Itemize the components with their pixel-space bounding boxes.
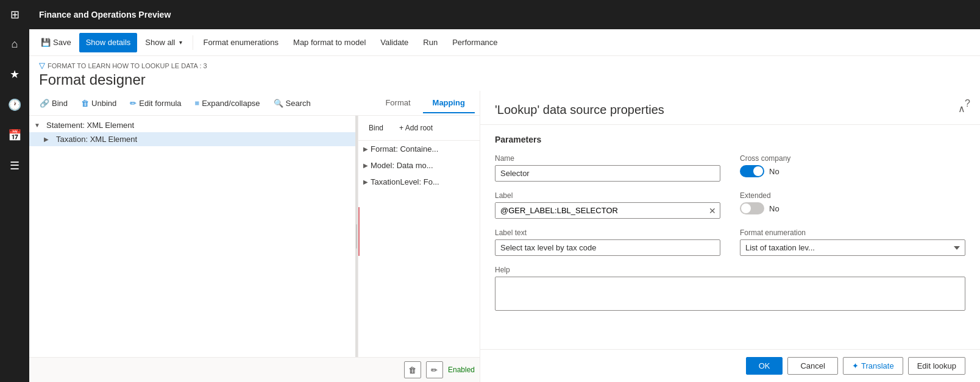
mapping-item[interactable]: ▶ Model: Data mo... <box>358 157 480 174</box>
extended-group: Extended No <box>740 191 965 219</box>
label-field-group: Label ✕ <box>495 191 720 219</box>
label-text-label: Label text <box>495 228 720 237</box>
extended-label: Extended <box>740 191 965 200</box>
performance-button[interactable]: Performance <box>446 33 504 52</box>
extended-toggle[interactable] <box>740 202 764 214</box>
ok-button[interactable]: OK <box>746 357 783 375</box>
mapping-item[interactable]: ▶ Format: Containe... <box>358 141 480 157</box>
cross-company-value: No <box>769 167 779 176</box>
tree-bottom-toolbar: 🗑 ✏ Enabled <box>29 357 480 382</box>
translate-icon: ✦ <box>852 361 859 370</box>
unbind-icon: 🗑 <box>81 99 89 108</box>
translate-button[interactable]: ✦ Translate <box>843 357 903 375</box>
sidebar-item-calendar[interactable]: 📅 <box>0 120 29 150</box>
help-label: Help <box>495 266 965 274</box>
arrow-icon: ▶ <box>363 179 368 185</box>
help-field-group: Help <box>495 266 965 311</box>
page-title: Format designer <box>39 71 970 88</box>
validate-button[interactable]: Validate <box>374 33 415 52</box>
label-text-group: Label text <box>495 228 720 256</box>
expand-collapse-icon: ≡ <box>195 99 200 108</box>
parameters-title: Parameters <box>495 135 965 144</box>
show-details-button[interactable]: Show details <box>79 33 138 52</box>
clear-icon[interactable]: ✕ <box>705 206 720 216</box>
label-input-wrapper: ✕ <box>495 202 720 219</box>
bind-sub-button[interactable]: Bind <box>363 119 389 136</box>
edit-formula-button[interactable]: ✏ Edit formula <box>124 94 186 111</box>
add-root-button[interactable]: + Add root <box>394 119 438 136</box>
name-input[interactable] <box>495 165 720 182</box>
sidebar-item-favorites[interactable]: ★ <box>0 59 29 90</box>
cross-company-group: Cross company No <box>740 154 965 182</box>
edit-lookup-button[interactable]: Edit lookup <box>908 357 965 375</box>
name-field-group: Name <box>495 154 720 182</box>
sidebar: ⊞ ⌂ ★ 🕐 📅 ☰ <box>0 0 29 382</box>
page-header: ▽ FORMAT TO LEARN HOW TO LOOKUP LE DATA … <box>29 56 980 91</box>
label-input[interactable] <box>495 203 705 218</box>
mapping-item[interactable]: ▶ TaxationLevel: Fo... <box>358 174 480 190</box>
save-button[interactable]: 💾 Save <box>34 33 78 52</box>
expand-collapse-button[interactable]: ≡ Expand/collapse <box>190 94 266 111</box>
format-enumerations-button[interactable]: Format enumerations <box>197 33 286 52</box>
app-title: Finance and Operations Preview <box>39 10 171 19</box>
tree-item[interactable]: ▶ Taxation: XML Element <box>29 132 355 146</box>
unbind-button[interactable]: 🗑 Unbind <box>76 94 122 111</box>
map-format-button[interactable]: Map format to model <box>286 33 372 52</box>
arrow-icon: ▶ <box>363 146 368 152</box>
save-icon: 💾 <box>41 38 51 47</box>
search-icon: 🔍 <box>274 99 283 108</box>
lookup-footer: OK Cancel ✦ Translate Edit lookup <box>480 349 980 382</box>
breadcrumb: ▽ FORMAT TO LEARN HOW TO LOOKUP LE DATA … <box>39 61 970 70</box>
top-bar: Finance and Operations Preview <box>29 0 980 29</box>
tab-format[interactable]: Format <box>375 93 420 113</box>
mapping-panel: Bind + Add root ▶ Format: Containe... ▶ … <box>358 116 480 357</box>
label-label: Label <box>495 191 720 200</box>
search-button[interactable]: 🔍 Search <box>268 94 316 111</box>
help-textarea[interactable] <box>495 277 965 311</box>
tab-mapping[interactable]: Mapping <box>423 93 475 113</box>
tree-panel: 🔗 Bind 🗑 Unbind ✏ Edit formula ≡ Expand/… <box>29 91 480 382</box>
format-enum-label: Format enumeration <box>740 228 965 237</box>
sidebar-item-list[interactable]: ☰ <box>0 150 29 181</box>
main-content: Finance and Operations Preview 💾 Save Sh… <box>29 0 980 382</box>
main-toolbar: 💾 Save Show details Show all Format enum… <box>29 29 980 56</box>
run-button[interactable]: Run <box>416 33 444 52</box>
edit-button[interactable]: ✏ <box>426 361 443 378</box>
divider-marker <box>358 207 360 256</box>
lookup-header: 'Lookup' data source properties ∧ <box>480 91 980 125</box>
params-grid: Name Cross company No <box>495 154 965 311</box>
tree-item[interactable]: ▼ Statement: XML Element <box>29 118 355 132</box>
collapse-icon: ▼ <box>34 122 44 129</box>
extended-value: No <box>769 204 779 213</box>
filter-icon: ▽ <box>39 61 45 70</box>
arrow-icon: ▶ <box>363 162 368 169</box>
bind-icon: 🔗 <box>40 99 49 108</box>
cancel-button[interactable]: Cancel <box>787 357 837 375</box>
sidebar-item-home[interactable]: ⌂ <box>0 29 29 59</box>
bind-button[interactable]: 🔗 Bind <box>34 94 73 111</box>
extended-toggle-row: No <box>740 202 965 214</box>
cross-company-label: Cross company <box>740 154 965 163</box>
lookup-panel-title: 'Lookup' data source properties <box>495 103 664 117</box>
name-label: Name <box>495 154 720 163</box>
format-enum-select[interactable]: List of taxation lev... <box>740 239 965 256</box>
format-enum-group: Format enumeration List of taxation lev.… <box>740 228 965 256</box>
sidebar-item-recent[interactable]: 🕐 <box>0 90 29 120</box>
cross-company-toggle[interactable] <box>740 165 764 177</box>
grid-icon: ⊞ <box>10 8 20 21</box>
label-text-input[interactable] <box>495 239 720 256</box>
edit-formula-icon: ✏ <box>130 99 137 108</box>
content-area: 🔗 Bind 🗑 Unbind ✏ Edit formula ≡ Expand/… <box>29 91 980 382</box>
help-icon[interactable]: ? <box>965 98 970 109</box>
parameters-section: Parameters Name Cross company <box>480 125 980 349</box>
enabled-badge: Enabled <box>448 366 475 374</box>
lookup-properties-panel: ? 'Lookup' data source properties ∧ Para… <box>480 91 980 382</box>
app-menu-button[interactable]: ⊞ <box>0 0 29 29</box>
tree-container: ▼ Statement: XML Element ▶ Taxation: XML… <box>29 116 355 357</box>
expand-icon: ▶ <box>44 136 54 143</box>
delete-button[interactable]: 🗑 <box>404 361 421 378</box>
separator-1 <box>193 35 193 50</box>
show-all-button[interactable]: Show all <box>138 33 188 52</box>
sub-toolbar: 🔗 Bind 🗑 Unbind ✏ Edit formula ≡ Expand/… <box>29 91 480 116</box>
cross-company-toggle-row: No <box>740 165 965 177</box>
